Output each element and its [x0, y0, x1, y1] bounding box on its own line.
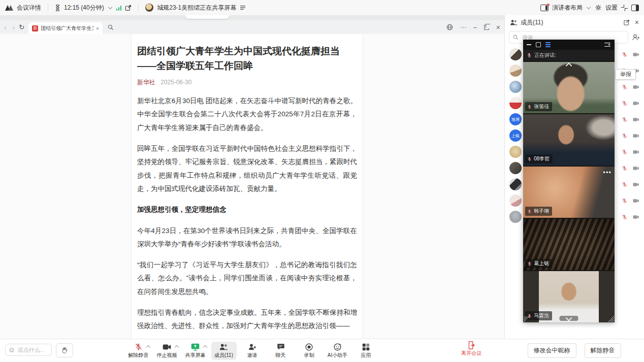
- tab-favicon: 新: [32, 25, 38, 31]
- chevron-down-icon[interactable]: [560, 316, 578, 321]
- close-panel-icon[interactable]: ×: [635, 18, 639, 26]
- browser-refresh-icon[interactable]: ↻: [19, 23, 24, 31]
- apps-button[interactable]: 应用: [353, 342, 379, 360]
- timer-chevron-down-icon[interactable]: [108, 5, 112, 9]
- minimize-icon[interactable]: –: [473, 24, 477, 31]
- chevron-up-icon[interactable]: [203, 345, 208, 351]
- rename-button[interactable]: 修改会中昵称: [528, 343, 576, 358]
- members-button[interactable]: 成员(11): [211, 342, 237, 360]
- camera-icon[interactable]: [633, 166, 639, 171]
- globe-icon[interactable]: [446, 24, 453, 30]
- chat-icon: [277, 343, 285, 350]
- camera-icon[interactable]: [633, 52, 639, 57]
- invite-icon: [248, 343, 256, 350]
- participant-name-badge: 韩子增: [525, 207, 552, 216]
- mic-muted-icon[interactable]: [622, 101, 627, 106]
- speaking-label: 正在讲话:: [534, 52, 556, 59]
- article-paragraph: 回眸五年，全国学联在习近平新时代中国特色社会主义思想科学指引下，坚持党的领导、牢…: [137, 142, 357, 195]
- avatar: 上铭: [509, 129, 522, 142]
- video-strip[interactable]: 正在讲话: 张笛佳 08李哲 ••• 韩子增 葛上铭 马霖浩: [523, 40, 615, 322]
- camera-icon[interactable]: [633, 149, 639, 155]
- camera-icon[interactable]: [633, 84, 639, 90]
- sidebar-toggle-icon[interactable]: [631, 5, 639, 11]
- members-icon: [510, 19, 518, 25]
- avatar: [509, 162, 522, 174]
- resize-handle[interactable]: [524, 316, 529, 322]
- search-icon: [513, 35, 519, 40]
- share-screen-button[interactable]: 共享屏幕: [183, 342, 208, 360]
- unmute-button[interactable]: 解除静音: [126, 342, 151, 360]
- exit-fullscreen-icon[interactable]: [621, 5, 628, 11]
- network-signal-icon[interactable]: [116, 5, 122, 11]
- video-tile[interactable]: 张笛佳: [523, 62, 615, 113]
- more-menu-icon[interactable]: ⋯: [460, 24, 466, 31]
- browser-back-forward-icons[interactable]: ‹ ›: [4, 23, 17, 31]
- video-tile[interactable]: 葛上铭: [523, 219, 615, 270]
- layout-chevron-down-icon[interactable]: [587, 5, 591, 9]
- tab-close-icon[interactable]: ×: [96, 25, 99, 31]
- shared-screen-area: ‹ › ↻ 新 团结引领广大青年学生为中... × ⋯ – × 团结引领广大青年…: [0, 15, 504, 339]
- sharing-toolbar-notch[interactable]: [185, 15, 229, 19]
- leave-meeting-button[interactable]: 离开会议: [457, 341, 486, 357]
- chevron-up-icon[interactable]: [567, 63, 571, 68]
- settings-button[interactable]: 设置: [605, 4, 618, 12]
- mic-muted-icon: [135, 343, 142, 351]
- unmute-footer-button[interactable]: 解除静音: [585, 343, 621, 358]
- camera-icon[interactable]: [633, 133, 639, 139]
- camera-icon[interactable]: [633, 101, 639, 106]
- mic-muted-icon[interactable]: [622, 214, 627, 220]
- record-button[interactable]: 录制: [297, 342, 322, 360]
- resize-handle[interactable]: [608, 316, 614, 322]
- camera-icon[interactable]: [633, 117, 639, 122]
- chat-button[interactable]: 聊天: [268, 342, 294, 360]
- participant-name-badge: 葛上铭: [525, 259, 552, 268]
- popout-panel-icon[interactable]: [624, 19, 630, 25]
- camera-icon[interactable]: [633, 198, 639, 204]
- search-icon[interactable]: [108, 24, 114, 30]
- minimize-strip-icon[interactable]: [527, 44, 531, 45]
- chevron-up-icon[interactable]: [174, 345, 179, 351]
- mic-muted-icon[interactable]: [622, 166, 627, 171]
- speaking-indicator: 正在讲话:: [523, 50, 615, 61]
- avatar: [509, 211, 522, 223]
- mic-muted-icon[interactable]: [622, 149, 627, 155]
- notification-dot: [547, 4, 550, 6]
- mic-muted-icon[interactable]: [622, 52, 627, 57]
- stop-video-button[interactable]: 停止视频: [154, 342, 180, 360]
- add-person-icon[interactable]: [632, 34, 640, 41]
- meeting-timer[interactable]: 12:15 (40分钟): [64, 4, 104, 12]
- ai-assistant-button[interactable]: AI小助手: [325, 342, 350, 360]
- ai-assistant-icon: [334, 343, 341, 351]
- expand-strip-icon[interactable]: [536, 42, 541, 47]
- more-options-icon[interactable]: •••: [603, 169, 611, 176]
- browser-tab[interactable]: 新 团结引领广大青年学生为中... ×: [28, 22, 103, 34]
- layout-button[interactable]: 演讲者布局: [552, 4, 583, 12]
- collapse-right-icon[interactable]: [604, 42, 611, 47]
- meeting-details-button[interactable]: 会议详情: [17, 4, 41, 12]
- report-button[interactable]: 举报: [616, 69, 636, 80]
- camera-icon[interactable]: [633, 214, 639, 220]
- video-tile[interactable]: 马霖浩: [523, 271, 615, 322]
- leave-meeting-icon: [468, 341, 475, 349]
- video-tile[interactable]: 08李哲: [523, 114, 615, 166]
- list-view-icon[interactable]: [545, 42, 551, 47]
- article-paragraph: 理想指引青春航向，信念决定事业成败。五年来，全国学联不断保持和增强政治性、先进性…: [137, 306, 357, 333]
- mic-muted-icon[interactable]: [622, 133, 627, 139]
- share-link-icon[interactable]: [125, 5, 132, 11]
- mic-muted-icon[interactable]: [622, 182, 627, 187]
- article-paragraph: “我们一起学习了《习近平与大学生朋友们》，总书记的教诲指引我们怎么看、怎么办。”…: [137, 258, 357, 299]
- mic-muted-icon: [527, 53, 532, 58]
- mic-muted-icon[interactable]: [622, 84, 627, 90]
- close-window-icon[interactable]: ×: [496, 23, 500, 31]
- chevron-up-icon[interactable]: [146, 345, 151, 351]
- mic-muted-icon[interactable]: [622, 198, 627, 204]
- hourglass-icon: [55, 5, 60, 11]
- mic-muted-icon[interactable]: [622, 117, 627, 122]
- camera-icon[interactable]: [633, 182, 639, 187]
- restore-window-icon[interactable]: [484, 25, 489, 30]
- invite-button[interactable]: 邀请: [240, 342, 265, 360]
- sharing-menu-icon[interactable]: [240, 5, 246, 10]
- avatar: 旭博: [509, 113, 522, 125]
- video-tile[interactable]: ••• 韩子增: [523, 167, 615, 218]
- divider: [48, 4, 48, 11]
